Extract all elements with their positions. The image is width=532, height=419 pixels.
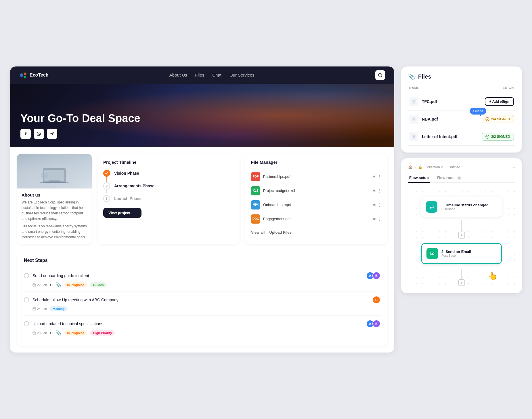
- timeline-card: Project Timeline Vision Phase: [97, 154, 240, 244]
- tag-in-progress-1[interactable]: In Progress: [64, 282, 87, 287]
- mp4-icon: MP4: [251, 200, 260, 209]
- file-actions-2: ✱ ⋮: [372, 188, 382, 193]
- file-actions-4: ✱ ⋮: [372, 217, 382, 221]
- nav-chat[interactable]: Chat: [212, 73, 221, 77]
- task-avatars-1: A B: [366, 272, 380, 280]
- flow-node-2[interactable]: ✉ 2. Send an Email FuseBase: [421, 243, 502, 264]
- breadcrumb-home-icon[interactable]: 🏠: [408, 165, 412, 169]
- task-row-3: Upload updated technical specifications …: [24, 320, 380, 328]
- tag-high-priority-1[interactable]: High Priority: [90, 330, 115, 336]
- client-bubble: Client: [470, 108, 486, 115]
- flow-node-2-sub: FuseBase: [441, 254, 471, 257]
- facebook-icon[interactable]: [20, 129, 31, 139]
- nav-files[interactable]: Files: [195, 73, 204, 77]
- files-row-1: TFC.pdf + Add eSign: [408, 93, 515, 111]
- svg-point-2: [24, 76, 26, 78]
- file-name-4: Engagement.doc: [263, 217, 370, 221]
- tab-flow-setup[interactable]: Flow setup: [408, 173, 430, 183]
- svg-rect-9: [49, 180, 60, 183]
- about-title: About us: [22, 193, 87, 197]
- task-checkbox-3[interactable]: [24, 321, 29, 326]
- timeline-list: Vision Phase 2 Arrangements Phase 3: [103, 170, 234, 202]
- files-panel-title: 📎 Files: [408, 73, 515, 80]
- tag-in-progress-2[interactable]: In Progress: [64, 330, 87, 336]
- flow-breadcrumb: 🏠 › 🔒 Collection 2 › Untitled ⋯: [408, 165, 515, 169]
- tag-meeting-1[interactable]: Meeting: [50, 306, 68, 311]
- search-icon[interactable]: [375, 70, 385, 80]
- hero-section: Your Go-To Deal Space: [10, 84, 394, 147]
- svg-rect-29: [413, 119, 414, 120]
- flow-more-icon[interactable]: ⋯: [512, 165, 515, 169]
- svg-rect-33: [413, 137, 414, 138]
- files-panel: 📎 Files NAME ESIGN TFC.pdf + Add eSign C…: [401, 66, 522, 153]
- timeline-dot-2: 2: [103, 182, 110, 189]
- file-name-2: Project budget.excl: [263, 188, 370, 193]
- next-steps-section: Next Steps Send onboarding guide to clie…: [17, 252, 387, 346]
- excel-icon: XLS: [251, 186, 260, 195]
- partial-signed-badge: 2/4 SIGNED: [482, 115, 514, 123]
- view-project-button[interactable]: View project →: [103, 208, 141, 218]
- about-para2: Our focus is on renewable energy systems…: [22, 224, 87, 240]
- svg-rect-25: [413, 101, 415, 102]
- pdf-icon: PDF: [251, 172, 260, 181]
- task-item-3: Upload updated technical specifications …: [24, 316, 380, 340]
- breadcrumb-lock-icon: 🔒: [418, 165, 422, 169]
- about-card: About us We are EcoTech Corp, specializi…: [17, 154, 92, 244]
- flow-node-2-title: 2. Send an Email: [441, 250, 471, 254]
- task-checkbox-2[interactable]: [24, 297, 29, 302]
- task-date-1: 22 Feb: [32, 283, 47, 287]
- svg-line-4: [381, 76, 382, 77]
- navbar-links: About Us Files Chat Our Services: [58, 73, 366, 77]
- files-row-icon-1: [409, 97, 418, 106]
- logo-text: EcoTech: [30, 73, 49, 78]
- about-card-body: About us We are EcoTech Corp, specializi…: [17, 188, 92, 244]
- flow-canvas: ⇄ 1. Timeline status changed FuseBase + …: [408, 188, 515, 286]
- task-avatars-3: A B: [366, 320, 380, 328]
- file-manager-title: File Manager: [251, 160, 382, 165]
- flow-panel: 🏠 › 🔒 Collection 2 › Untitled ⋯ Flow set…: [401, 158, 522, 293]
- telegram-icon[interactable]: [47, 129, 57, 139]
- whatsapp-icon[interactable]: [34, 129, 44, 139]
- files-row-icon-3: [409, 132, 418, 141]
- tag-guides-1[interactable]: Guides: [90, 282, 106, 287]
- svg-rect-12: [33, 284, 36, 286]
- task-checkbox-1[interactable]: [24, 273, 29, 278]
- nav-about[interactable]: About Us: [169, 73, 187, 77]
- timeline-item-1: Vision Phase: [103, 170, 234, 177]
- timeline-item-2: 2 Arrangements Phase: [103, 182, 234, 189]
- add-esign-button-1[interactable]: + Add eSign: [485, 97, 514, 106]
- full-signed-badge: 2/2 SIGNED: [482, 133, 514, 141]
- svg-point-10: [41, 173, 48, 178]
- svg-rect-27: [412, 117, 416, 121]
- flow-plus-2[interactable]: +: [458, 279, 465, 286]
- task-item-1: Send onboarding guide to client A B 22 F…: [24, 268, 380, 292]
- file-list: PDF Partnerships.pdf ✱ ⋮ XLS Project bud…: [251, 170, 382, 226]
- view-all-link[interactable]: View all: [251, 230, 265, 235]
- left-panel: EcoTech About Us Files Chat Our Services…: [10, 66, 394, 353]
- file-name-1: Partnerships.pdf: [263, 174, 370, 179]
- flow-node-1-sub: FuseBase: [441, 207, 489, 211]
- task-date-2: 24 Feb: [32, 307, 47, 311]
- flow-node-1-text: 1. Timeline status changed FuseBase: [441, 203, 489, 211]
- timeline-dot-3: 3: [103, 195, 110, 202]
- flow-node-1[interactable]: ⇄ 1. Timeline status changed FuseBase: [421, 197, 502, 217]
- upload-files-link[interactable]: Upload Files: [269, 230, 291, 235]
- next-steps-title: Next Steps: [24, 258, 380, 263]
- svg-rect-24: [412, 99, 416, 104]
- svg-point-0: [20, 73, 23, 77]
- svg-rect-20: [33, 332, 36, 334]
- tab-flow-runs[interactable]: Flow runs 0: [436, 173, 463, 183]
- hero-title: Your Go-To Deal Space: [20, 112, 384, 125]
- file-actions-1: ✱ ⋮: [372, 174, 382, 179]
- task-label-3: Upload updated technical specifications: [32, 321, 363, 326]
- flow-plus-1[interactable]: +: [458, 232, 465, 239]
- nav-services[interactable]: Our Services: [229, 73, 254, 77]
- content-area: About us We are EcoTech Corp, specializi…: [10, 147, 394, 353]
- navbar-logo[interactable]: EcoTech: [19, 71, 49, 79]
- about-card-image: [17, 154, 92, 188]
- file-item-1: PDF Partnerships.pdf ✱ ⋮: [251, 170, 382, 184]
- avatar-1b: B: [372, 272, 380, 280]
- file-item-4: DOC Engagement.doc ✱ ⋮: [251, 212, 382, 226]
- timeline-item-3: 3 Launch Phase: [103, 195, 234, 202]
- right-panel: 📎 Files NAME ESIGN TFC.pdf + Add eSign C…: [401, 66, 522, 353]
